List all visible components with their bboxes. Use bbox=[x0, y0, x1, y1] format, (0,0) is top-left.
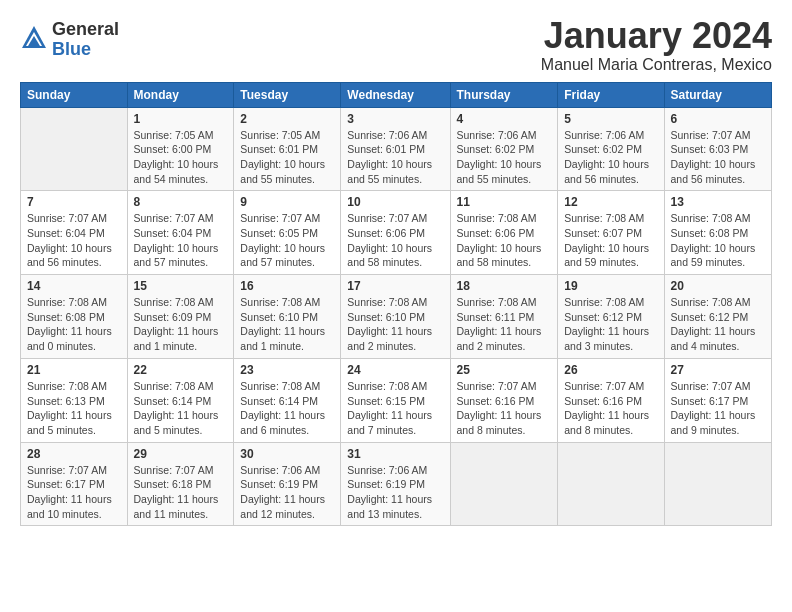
day-number: 25 bbox=[457, 363, 552, 377]
day-number: 2 bbox=[240, 112, 334, 126]
day-number: 3 bbox=[347, 112, 443, 126]
day-number: 8 bbox=[134, 195, 228, 209]
day-info: Sunrise: 7:08 AM Sunset: 6:12 PM Dayligh… bbox=[564, 295, 657, 354]
header-day: Thursday bbox=[450, 82, 558, 107]
day-cell: 3Sunrise: 7:06 AM Sunset: 6:01 PM Daylig… bbox=[341, 107, 450, 191]
header-row: SundayMondayTuesdayWednesdayThursdayFrid… bbox=[21, 82, 772, 107]
day-info: Sunrise: 7:08 AM Sunset: 6:08 PM Dayligh… bbox=[671, 211, 765, 270]
header-day: Wednesday bbox=[341, 82, 450, 107]
day-cell: 5Sunrise: 7:06 AM Sunset: 6:02 PM Daylig… bbox=[558, 107, 664, 191]
header-day: Saturday bbox=[664, 82, 771, 107]
day-info: Sunrise: 7:08 AM Sunset: 6:15 PM Dayligh… bbox=[347, 379, 443, 438]
day-number: 4 bbox=[457, 112, 552, 126]
day-number: 26 bbox=[564, 363, 657, 377]
day-number: 27 bbox=[671, 363, 765, 377]
day-cell: 28Sunrise: 7:07 AM Sunset: 6:17 PM Dayli… bbox=[21, 442, 128, 526]
day-number: 9 bbox=[240, 195, 334, 209]
day-cell: 16Sunrise: 7:08 AM Sunset: 6:10 PM Dayli… bbox=[234, 275, 341, 359]
day-cell: 13Sunrise: 7:08 AM Sunset: 6:08 PM Dayli… bbox=[664, 191, 771, 275]
day-cell: 4Sunrise: 7:06 AM Sunset: 6:02 PM Daylig… bbox=[450, 107, 558, 191]
day-cell: 22Sunrise: 7:08 AM Sunset: 6:14 PM Dayli… bbox=[127, 358, 234, 442]
day-cell: 11Sunrise: 7:08 AM Sunset: 6:06 PM Dayli… bbox=[450, 191, 558, 275]
day-cell: 31Sunrise: 7:06 AM Sunset: 6:19 PM Dayli… bbox=[341, 442, 450, 526]
day-cell: 23Sunrise: 7:08 AM Sunset: 6:14 PM Dayli… bbox=[234, 358, 341, 442]
day-number: 29 bbox=[134, 447, 228, 461]
day-number: 24 bbox=[347, 363, 443, 377]
day-cell: 14Sunrise: 7:08 AM Sunset: 6:08 PM Dayli… bbox=[21, 275, 128, 359]
day-number: 21 bbox=[27, 363, 121, 377]
day-cell: 6Sunrise: 7:07 AM Sunset: 6:03 PM Daylig… bbox=[664, 107, 771, 191]
day-info: Sunrise: 7:07 AM Sunset: 6:06 PM Dayligh… bbox=[347, 211, 443, 270]
day-cell: 30Sunrise: 7:06 AM Sunset: 6:19 PM Dayli… bbox=[234, 442, 341, 526]
day-cell: 9Sunrise: 7:07 AM Sunset: 6:05 PM Daylig… bbox=[234, 191, 341, 275]
day-number: 18 bbox=[457, 279, 552, 293]
day-number: 7 bbox=[27, 195, 121, 209]
day-cell: 18Sunrise: 7:08 AM Sunset: 6:11 PM Dayli… bbox=[450, 275, 558, 359]
day-info: Sunrise: 7:08 AM Sunset: 6:09 PM Dayligh… bbox=[134, 295, 228, 354]
day-cell: 15Sunrise: 7:08 AM Sunset: 6:09 PM Dayli… bbox=[127, 275, 234, 359]
day-number: 28 bbox=[27, 447, 121, 461]
day-number: 10 bbox=[347, 195, 443, 209]
day-info: Sunrise: 7:06 AM Sunset: 6:19 PM Dayligh… bbox=[347, 463, 443, 522]
day-info: Sunrise: 7:07 AM Sunset: 6:04 PM Dayligh… bbox=[27, 211, 121, 270]
logo-icon bbox=[20, 24, 48, 52]
day-number: 22 bbox=[134, 363, 228, 377]
day-number: 13 bbox=[671, 195, 765, 209]
day-cell: 27Sunrise: 7:07 AM Sunset: 6:17 PM Dayli… bbox=[664, 358, 771, 442]
day-info: Sunrise: 7:07 AM Sunset: 6:17 PM Dayligh… bbox=[671, 379, 765, 438]
day-cell: 2Sunrise: 7:05 AM Sunset: 6:01 PM Daylig… bbox=[234, 107, 341, 191]
day-number: 19 bbox=[564, 279, 657, 293]
logo: General Blue bbox=[20, 20, 119, 60]
day-number: 6 bbox=[671, 112, 765, 126]
logo-blue: Blue bbox=[52, 40, 119, 60]
day-number: 15 bbox=[134, 279, 228, 293]
header: General Blue January 2024 Manuel Maria C… bbox=[20, 16, 772, 74]
logo-text: General Blue bbox=[52, 20, 119, 60]
day-cell: 29Sunrise: 7:07 AM Sunset: 6:18 PM Dayli… bbox=[127, 442, 234, 526]
day-info: Sunrise: 7:08 AM Sunset: 6:14 PM Dayligh… bbox=[240, 379, 334, 438]
day-info: Sunrise: 7:06 AM Sunset: 6:02 PM Dayligh… bbox=[564, 128, 657, 187]
month-title: January 2024 bbox=[541, 16, 772, 56]
day-info: Sunrise: 7:05 AM Sunset: 6:00 PM Dayligh… bbox=[134, 128, 228, 187]
header-day: Friday bbox=[558, 82, 664, 107]
day-number: 31 bbox=[347, 447, 443, 461]
logo-general: General bbox=[52, 20, 119, 40]
day-info: Sunrise: 7:08 AM Sunset: 6:12 PM Dayligh… bbox=[671, 295, 765, 354]
day-cell bbox=[450, 442, 558, 526]
day-info: Sunrise: 7:08 AM Sunset: 6:10 PM Dayligh… bbox=[240, 295, 334, 354]
page: General Blue January 2024 Manuel Maria C… bbox=[0, 0, 792, 612]
day-number: 30 bbox=[240, 447, 334, 461]
day-number: 12 bbox=[564, 195, 657, 209]
header-day: Tuesday bbox=[234, 82, 341, 107]
day-info: Sunrise: 7:08 AM Sunset: 6:14 PM Dayligh… bbox=[134, 379, 228, 438]
day-info: Sunrise: 7:07 AM Sunset: 6:03 PM Dayligh… bbox=[671, 128, 765, 187]
week-row: 28Sunrise: 7:07 AM Sunset: 6:17 PM Dayli… bbox=[21, 442, 772, 526]
location-title: Manuel Maria Contreras, Mexico bbox=[541, 56, 772, 74]
day-number: 23 bbox=[240, 363, 334, 377]
day-cell: 1Sunrise: 7:05 AM Sunset: 6:00 PM Daylig… bbox=[127, 107, 234, 191]
week-row: 14Sunrise: 7:08 AM Sunset: 6:08 PM Dayli… bbox=[21, 275, 772, 359]
day-cell: 7Sunrise: 7:07 AM Sunset: 6:04 PM Daylig… bbox=[21, 191, 128, 275]
day-info: Sunrise: 7:06 AM Sunset: 6:19 PM Dayligh… bbox=[240, 463, 334, 522]
title-area: January 2024 Manuel Maria Contreras, Mex… bbox=[541, 16, 772, 74]
day-info: Sunrise: 7:08 AM Sunset: 6:06 PM Dayligh… bbox=[457, 211, 552, 270]
header-day: Monday bbox=[127, 82, 234, 107]
day-info: Sunrise: 7:07 AM Sunset: 6:16 PM Dayligh… bbox=[564, 379, 657, 438]
calendar-table: SundayMondayTuesdayWednesdayThursdayFrid… bbox=[20, 82, 772, 527]
week-row: 7Sunrise: 7:07 AM Sunset: 6:04 PM Daylig… bbox=[21, 191, 772, 275]
day-number: 17 bbox=[347, 279, 443, 293]
day-cell: 19Sunrise: 7:08 AM Sunset: 6:12 PM Dayli… bbox=[558, 275, 664, 359]
day-info: Sunrise: 7:07 AM Sunset: 6:16 PM Dayligh… bbox=[457, 379, 552, 438]
day-info: Sunrise: 7:07 AM Sunset: 6:05 PM Dayligh… bbox=[240, 211, 334, 270]
day-info: Sunrise: 7:06 AM Sunset: 6:01 PM Dayligh… bbox=[347, 128, 443, 187]
day-info: Sunrise: 7:06 AM Sunset: 6:02 PM Dayligh… bbox=[457, 128, 552, 187]
week-row: 21Sunrise: 7:08 AM Sunset: 6:13 PM Dayli… bbox=[21, 358, 772, 442]
day-info: Sunrise: 7:07 AM Sunset: 6:04 PM Dayligh… bbox=[134, 211, 228, 270]
day-info: Sunrise: 7:08 AM Sunset: 6:08 PM Dayligh… bbox=[27, 295, 121, 354]
day-cell bbox=[21, 107, 128, 191]
day-info: Sunrise: 7:05 AM Sunset: 6:01 PM Dayligh… bbox=[240, 128, 334, 187]
day-info: Sunrise: 7:08 AM Sunset: 6:13 PM Dayligh… bbox=[27, 379, 121, 438]
day-info: Sunrise: 7:07 AM Sunset: 6:17 PM Dayligh… bbox=[27, 463, 121, 522]
day-number: 16 bbox=[240, 279, 334, 293]
day-number: 11 bbox=[457, 195, 552, 209]
